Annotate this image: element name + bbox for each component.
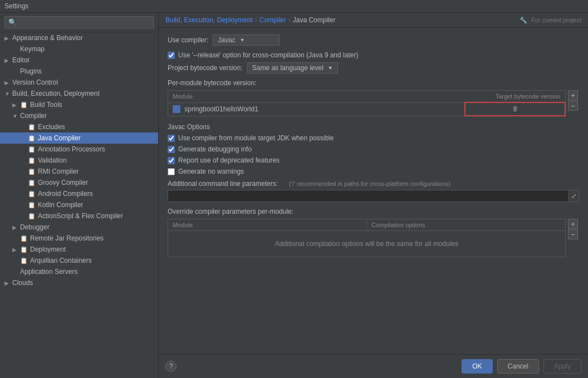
- arrow-icon: [4, 91, 12, 97]
- sidebar-item-label: Build Tools: [30, 101, 62, 109]
- checkbox-generate-debugging-info[interactable]: [168, 146, 175, 153]
- item-icon: 📋: [28, 135, 36, 142]
- javac-options-title: Javac Options: [168, 123, 579, 131]
- override-empty-message: Additional compilation options will be t…: [168, 231, 566, 257]
- table-row: springboot01helloWorld1 8: [168, 102, 566, 116]
- sidebar-item-compiler[interactable]: Compiler: [0, 110, 158, 121]
- sidebar-item-application-servers[interactable]: Application Servers: [0, 266, 158, 277]
- main-content: Appearance & BehaviorKeymapEditorPlugins…: [0, 13, 588, 378]
- sidebar-item-label: Arquillian Containers: [30, 257, 92, 264]
- sidebar-item-label: Kotlin Compiler: [38, 201, 83, 209]
- bytecode-version-value: Same as language level: [252, 64, 324, 72]
- option-row-generate-debugging-info[interactable]: Generate debugging info: [168, 145, 579, 153]
- search-input[interactable]: [4, 16, 154, 28]
- bytecode-dropdown-arrow: ▼: [328, 65, 333, 71]
- per-module-label: Per-module bytecode version:: [168, 79, 579, 87]
- search-box[interactable]: [0, 13, 158, 32]
- sidebar-item-label: ActionScript & Flex Compiler: [38, 212, 123, 220]
- bottom-bar: ? OK Cancel Apply: [159, 354, 588, 378]
- sidebar-item-clouds[interactable]: Clouds: [0, 277, 158, 288]
- sidebar-item-label: Annotation Processors: [38, 145, 105, 153]
- sidebar-item-android-compilers[interactable]: 📋Android Compilers: [0, 188, 158, 199]
- use-compiler-label: Use compiler:: [168, 36, 208, 44]
- module-version[interactable]: 8: [465, 102, 565, 116]
- option-row-use-compiler-module-target[interactable]: Use compiler from module target JDK when…: [168, 134, 579, 142]
- override-col-compilation: Compilation options: [367, 219, 566, 231]
- sidebar-item-label: Editor: [12, 56, 30, 64]
- sidebar-item-label: Build, Execution, Deployment: [12, 90, 100, 97]
- sidebar-item-annotation-processors[interactable]: 📋Annotation Processors: [0, 144, 158, 155]
- item-icon: 📋: [28, 146, 36, 153]
- remove-override-button[interactable]: −: [568, 229, 578, 239]
- sidebar-item-label: Validation: [38, 156, 67, 164]
- sidebar-item-plugins[interactable]: Plugins: [0, 66, 158, 77]
- override-empty-row: Additional compilation options will be t…: [168, 231, 566, 257]
- sidebar-item-version-control[interactable]: Version Control: [0, 77, 158, 88]
- sidebar-item-label: Android Compilers: [38, 190, 93, 198]
- title-bar: Settings: [0, 0, 588, 13]
- sidebar-item-groovy-compiler[interactable]: 📋Groovy Compiler: [0, 177, 158, 188]
- sidebar-item-editor[interactable]: Editor: [0, 55, 158, 66]
- bytecode-version-label: Project bytecode version:: [168, 64, 243, 72]
- sidebar-item-build-tools[interactable]: 📋Build Tools: [0, 99, 158, 110]
- override-table: Module Compilation options Additional co…: [168, 219, 566, 257]
- sidebar-item-appearance[interactable]: Appearance & Behavior: [0, 32, 158, 43]
- release-option-row[interactable]: Use '--release' option for cross-compila…: [168, 51, 579, 59]
- col-module: Module: [168, 91, 465, 103]
- help-button[interactable]: ?: [165, 361, 177, 372]
- item-icon: 📋: [28, 202, 36, 209]
- sidebar-item-label: Application Servers: [20, 268, 77, 276]
- sidebar-item-remote-jar-repos[interactable]: 📋Remote Jar Repositories: [0, 233, 158, 244]
- sidebar-item-actionscript-flex[interactable]: 📋ActionScript & Flex Compiler: [0, 210, 158, 222]
- cmd-params-row: Additional command line parameters: ('/'…: [168, 180, 579, 188]
- compiler-select[interactable]: Javac ▼: [213, 35, 280, 46]
- sidebar-item-arquillian-containers[interactable]: 📋Arquillian Containers: [0, 255, 158, 266]
- apply-button[interactable]: Apply: [543, 359, 581, 374]
- checkbox-use-compiler-module-target[interactable]: [168, 135, 175, 142]
- sidebar-item-label: Excludes: [38, 123, 65, 131]
- checkbox-generate-no-warnings[interactable]: [168, 168, 175, 175]
- sidebar-item-label: Appearance & Behavior: [12, 34, 83, 42]
- option-row-report-deprecated[interactable]: Report use of deprecated features: [168, 156, 579, 164]
- checkbox-report-deprecated[interactable]: [168, 157, 175, 164]
- ok-button[interactable]: OK: [462, 359, 492, 374]
- arrow-icon: [4, 80, 12, 86]
- cmd-expand-button[interactable]: ⤢: [569, 190, 579, 202]
- bytecode-version-select[interactable]: Same as language level ▼: [247, 62, 338, 73]
- cancel-button[interactable]: Cancel: [497, 359, 539, 374]
- item-icon: 📋: [28, 124, 36, 131]
- project-info: 🔧 For current project: [520, 17, 581, 24]
- option-label-generate-no-warnings: Generate no warnings: [178, 168, 244, 175]
- arrow-icon: [4, 57, 12, 63]
- use-compiler-row: Use compiler: Javac ▼: [168, 35, 579, 46]
- add-module-button[interactable]: +: [568, 90, 578, 100]
- override-side-buttons: + −: [568, 219, 578, 240]
- sidebar-item-excludes[interactable]: 📋Excludes: [0, 121, 158, 132]
- add-override-button[interactable]: +: [568, 219, 578, 229]
- breadcrumb-sep-2: ›: [288, 16, 291, 24]
- item-icon: 📋: [28, 168, 36, 175]
- sidebar-item-label: Debugger: [20, 223, 50, 231]
- sidebar-item-deployment[interactable]: 📋Deployment: [0, 244, 158, 255]
- item-icon: 📋: [28, 157, 36, 164]
- cmd-input[interactable]: [168, 190, 569, 202]
- sidebar-item-java-compiler[interactable]: 📋Java Compiler: [0, 132, 158, 144]
- sidebar-item-kotlin-compiler[interactable]: 📋Kotlin Compiler: [0, 199, 158, 210]
- sidebar-item-keymap[interactable]: Keymap: [0, 43, 158, 55]
- cmd-input-wrapper: ⤢: [168, 190, 579, 202]
- item-icon: 📋: [28, 213, 36, 220]
- sidebar-item-rmi-compiler[interactable]: 📋RMI Compiler: [0, 166, 158, 177]
- remove-module-button[interactable]: −: [568, 101, 578, 111]
- option-row-generate-no-warnings[interactable]: Generate no warnings: [168, 168, 579, 175]
- right-panel: Build, Execution, Deployment › Compiler …: [159, 13, 588, 378]
- compiler-dropdown-arrow: ▼: [240, 37, 245, 43]
- override-label: Override compiler parameters per-module:: [168, 208, 579, 215]
- col-target: Target bytecode version: [465, 91, 565, 103]
- sidebar-item-debugger[interactable]: Debugger: [0, 222, 158, 233]
- window-title: Settings: [4, 2, 28, 10]
- item-icon: 📋: [20, 246, 28, 253]
- sidebar-item-build-exec-deploy[interactable]: Build, Execution, Deployment: [0, 88, 158, 99]
- release-option-checkbox[interactable]: [168, 52, 175, 59]
- arrow-icon: [12, 247, 20, 253]
- sidebar-item-validation[interactable]: 📋Validation: [0, 155, 158, 166]
